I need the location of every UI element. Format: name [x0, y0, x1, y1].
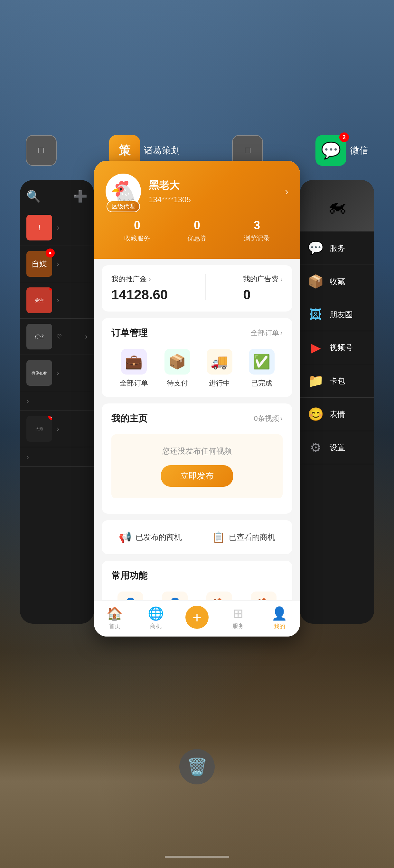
wechat-emoji-label: 表情 [330, 409, 345, 420]
chat-avatar-2: 关注 ● [26, 287, 52, 313]
wechat-menu-moments[interactable]: 🖼 朋友圈 [300, 298, 374, 331]
delete-icon: 🗑️ [187, 757, 207, 777]
no-video-tip: 您还没发布任何视频 立即发布 [111, 434, 283, 498]
stat-coupons-value: 0 [187, 219, 207, 232]
order-pending-icon: 📦 [165, 349, 190, 374]
wechat-service-icon: 💬 [308, 241, 324, 255]
nav-add[interactable]: + [176, 606, 218, 630]
order-icons-row: 💼 全部订单 📦 待支付 🚚 [111, 349, 283, 388]
avatar-1-label: 自媒 [32, 259, 47, 269]
finance-ad-value: 0 [243, 287, 283, 303]
order-progress[interactable]: 🚚 进行中 [207, 349, 232, 388]
chat-item-5[interactable]: › [20, 391, 94, 411]
chat-avatar-3: 行业 [26, 324, 52, 349]
finance-promo-label-row: 我的推广金 › [111, 274, 168, 284]
nav-service[interactable]: ⊞ 服务 [218, 606, 259, 630]
chat-avatar-1: 自媒 ● [26, 251, 52, 277]
finance-ad[interactable]: 我的广告费 › 0 [243, 274, 283, 303]
chat-item-3[interactable]: 行业 ♡ › [20, 318, 94, 355]
finance-ad-arrow: › [280, 276, 283, 283]
order-pending-emoji: 📦 [168, 353, 186, 370]
left-card-header: 🔍 ➕ [20, 180, 94, 210]
published-icon: 📢 [119, 531, 132, 543]
chat-item-notification[interactable]: ! › [20, 210, 94, 246]
wechat-icon-symbol: 💬 [321, 141, 341, 160]
stat-coupons: 0 优惠券 [187, 219, 207, 243]
chat-arrow-2: › [57, 296, 59, 305]
viewed-business[interactable]: 📋 已查看的商机 [212, 529, 275, 545]
viewed-label: 已查看的商机 [229, 532, 275, 542]
functions-title: 常用功能 [111, 570, 147, 582]
wechat-image: 🏍 [300, 180, 374, 231]
nav-mine[interactable]: 👤 我的 [259, 606, 300, 630]
chat-arrow-4: › [57, 368, 59, 377]
finance-divider [205, 274, 206, 300]
order-all[interactable]: 💼 全部订单 [120, 349, 148, 388]
wechat-menu-service[interactable]: 💬 服务 [300, 231, 374, 265]
app-icons-row: □ 策 诸葛策划 □ 💬 2 微信 [0, 0, 394, 166]
chat-avatar-4: 有像在看 [26, 360, 52, 386]
homepage-title-row: 我的主页 0条视频 › [111, 412, 283, 425]
publish-button[interactable]: 立即发布 [161, 465, 233, 487]
nav-business[interactable]: 🌐 商机 [135, 606, 176, 630]
chat-search-icon[interactable]: 🔍 [26, 190, 41, 203]
nav-add-btn[interactable]: + [186, 606, 208, 629]
chat-arrow-7: › [26, 452, 29, 461]
all-orders-label: 全部订单 [251, 328, 279, 338]
order-pending[interactable]: 📦 待支付 [165, 349, 190, 388]
notification-icon: ! [38, 223, 40, 232]
chat-item-4[interactable]: 有像在看 › [20, 355, 94, 391]
left-card[interactable]: 🔍 ➕ ! › 自媒 ● › 关注 ● [20, 180, 94, 624]
wechat-moments-label: 朋友圈 [330, 310, 353, 320]
chat-item-6[interactable]: 大秀 ● › [20, 411, 94, 447]
wechat-menu-settings[interactable]: ⚙ 设置 [300, 431, 374, 464]
business-card: 📢 已发布的商机 📋 已查看的商机 [102, 520, 292, 554]
right-card[interactable]: 🏍 💬 服务 📦 收藏 🖼 朋友圈 ▶ 视频号 📁 卡包 [300, 180, 374, 624]
nav-mine-label: 我的 [274, 623, 285, 629]
order-card: 订单管理 全部订单 › 💼 全部订单 [102, 318, 292, 397]
wechat-menu-wallet[interactable]: 📁 卡包 [300, 364, 374, 398]
order-progress-emoji: 🚚 [210, 353, 228, 370]
app-switcher: □ 策 诸葛策划 □ 💬 2 微信 🔍 ➕ [0, 0, 394, 868]
badge-2: ● [46, 287, 52, 293]
published-business[interactable]: 📢 已发布的商机 [119, 529, 182, 545]
nav-add-icon: + [193, 609, 201, 626]
finance-promo[interactable]: 我的推广金 › 14128.60 [111, 274, 168, 303]
chat-item-2[interactable]: 关注 ● › [20, 282, 94, 318]
order-pending-label: 待支付 [167, 379, 188, 387]
motorcycle-emoji: 🏍 [327, 195, 347, 217]
stat-favorites: 0 收藏服务 [124, 219, 150, 243]
viewed-icon: 📋 [212, 531, 225, 543]
order-all-emoji: 💼 [125, 353, 143, 370]
wechat-service-label: 服务 [330, 243, 345, 253]
chat-info-3: ♡ [57, 333, 85, 340]
finance-promo-arrow: › [149, 276, 151, 283]
wechat-favorites-icon: 📦 [308, 274, 324, 289]
wechat-menu-favorites[interactable]: 📦 收藏 [300, 265, 374, 298]
finance-card[interactable]: 我的推广金 › 14128.60 我的广告费 › 0 [102, 265, 292, 311]
stat-coupons-label: 优惠券 [187, 234, 207, 243]
chat-item-7[interactable]: › [20, 447, 94, 467]
chat-add-icon[interactable]: ➕ [73, 190, 88, 203]
stat-favorites-value: 0 [124, 219, 150, 232]
chat-arrow-1: › [57, 259, 59, 269]
wechat-emoji-icon: 😊 [308, 407, 324, 422]
avatar-2-label: 关注 [35, 298, 44, 303]
all-orders-link[interactable]: 全部订单 › [251, 328, 283, 338]
wechat-video-icon: ▶ [308, 340, 324, 355]
order-done[interactable]: ✅ 已完成 [249, 349, 275, 388]
order-done-icon: ✅ [249, 349, 275, 374]
chat-item-1[interactable]: 自媒 ● › [20, 246, 94, 282]
nav-home[interactable]: 🏠 首页 [94, 606, 135, 630]
finance-promo-value: 14128.60 [111, 287, 168, 303]
right-app-icon-label: □ [245, 145, 250, 156]
wechat-menu-video[interactable]: ▶ 视频号 [300, 331, 374, 364]
wechat-menu-emoji[interactable]: 😊 表情 [300, 398, 374, 431]
video-count-label: 0条视频 [254, 414, 279, 424]
center-card[interactable]: 🐔 区级代理 黑老大 134****1305 › 0 收藏服务 [94, 161, 300, 637]
user-avatar-emoji: 🐔 [110, 179, 136, 204]
video-count-link[interactable]: 0条视频 › [254, 414, 283, 424]
profile-chevron[interactable]: › [285, 186, 288, 197]
delete-button[interactable]: 🗑️ [179, 749, 215, 784]
order-title-row: 订单管理 全部订单 › [111, 327, 283, 339]
